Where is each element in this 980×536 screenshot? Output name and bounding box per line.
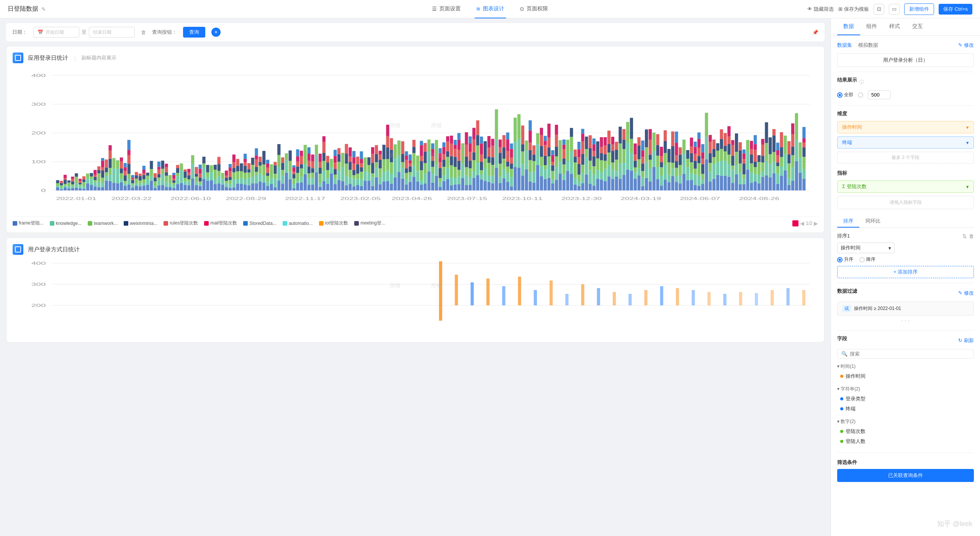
data-filter-edit-button[interactable]: ✎ 修改 <box>958 290 974 297</box>
svg-rect-837 <box>645 147 648 161</box>
svg-rect-1074 <box>676 288 679 305</box>
svg-rect-293 <box>255 167 258 172</box>
svg-rect-1068 <box>581 284 584 305</box>
subtab-mock[interactable]: 模拟数据 <box>858 42 878 49</box>
query-button[interactable]: 查询 <box>183 27 205 38</box>
sort-desc[interactable]: 降序 <box>859 256 875 263</box>
tab-data[interactable]: 数据 <box>837 18 860 35</box>
svg-rect-748 <box>581 165 584 173</box>
add-component-button[interactable]: 新增组件 <box>904 3 934 15</box>
tablet-icon-btn[interactable]: ▭ <box>889 4 900 15</box>
svg-rect-455 <box>375 168 378 177</box>
svg-rect-240 <box>218 171 221 176</box>
svg-rect-994 <box>757 155 761 162</box>
svg-rect-696 <box>544 141 547 145</box>
linked-condition-button[interactable]: 已关联查询条件 <box>837 469 974 482</box>
svg-rect-69 <box>90 173 93 177</box>
sort-tab-sort[interactable]: 排序 <box>837 215 859 228</box>
svg-rect-254 <box>229 180 232 184</box>
svg-rect-154 <box>150 176 153 180</box>
tab-style[interactable]: 样式 <box>883 18 906 35</box>
svg-rect-955 <box>731 166 734 170</box>
save-button[interactable]: 保存 Ctrl+s <box>939 4 972 15</box>
svg-rect-327 <box>281 170 284 175</box>
svg-rect-975 <box>746 169 749 190</box>
svg-rect-272 <box>240 171 243 178</box>
svg-rect-627 <box>491 139 494 146</box>
filter-more: · · · <box>837 317 974 324</box>
svg-rect-54 <box>79 184 82 185</box>
nav-page-permission[interactable]: ⊙ 页面权限 <box>518 0 550 18</box>
tab-interaction[interactable]: 交互 <box>906 18 929 35</box>
svg-rect-886 <box>682 153 686 174</box>
svg-rect-403 <box>337 180 340 190</box>
tab-component[interactable]: 组件 <box>860 18 883 35</box>
svg-rect-1029 <box>787 185 790 190</box>
edit-title-button[interactable]: ✎ <box>41 6 46 12</box>
svg-rect-29 <box>60 185 63 188</box>
svg-rect-643 <box>506 173 509 182</box>
svg-rect-651 <box>510 169 513 177</box>
add-filter-button[interactable]: + <box>211 28 221 37</box>
svg-rect-1059 <box>439 261 442 321</box>
save-template-button[interactable]: ⊞ 保存为模板 <box>838 6 869 13</box>
add-sort-button[interactable]: + 添加排序 <box>837 266 974 278</box>
svg-rect-610 <box>480 143 483 154</box>
svg-rect-152 <box>146 173 149 176</box>
dimension-tag-0[interactable]: 操作时间 ▾ <box>837 121 974 133</box>
fields-search-input[interactable] <box>850 351 970 357</box>
svg-rect-749 <box>581 154 584 165</box>
legend-prev-button[interactable]: ◀ <box>800 220 804 226</box>
nav-page-settings[interactable]: ☰ 页面设置 <box>430 0 462 18</box>
chart-icon-inner-2 <box>15 246 21 252</box>
radio-count[interactable] <box>858 92 863 98</box>
svg-rect-725 <box>563 145 566 149</box>
field-dot-string-0 <box>840 397 843 400</box>
subtab-dataset[interactable]: 数据集 <box>837 42 852 49</box>
svg-rect-596 <box>472 160 475 172</box>
svg-rect-912 <box>701 184 704 190</box>
end-date-input[interactable]: 结束日期 <box>89 27 135 38</box>
svg-rect-28 <box>60 187 63 189</box>
hide-filter-button[interactable]: 👁 隐藏筛选 <box>807 6 834 13</box>
pin-icon[interactable]: 📌 <box>812 30 818 35</box>
svg-rect-352 <box>300 177 303 182</box>
radio-all[interactable]: 全部 <box>837 92 853 98</box>
svg-rect-1051 <box>802 138 805 143</box>
svg-rect-836 <box>645 161 648 178</box>
legend-next-button[interactable]: ▶ <box>814 220 818 226</box>
svg-rect-262 <box>232 168 236 172</box>
svg-rect-732 <box>570 137 573 151</box>
refresh-fields-button[interactable]: ↻ 刷新 <box>958 337 974 344</box>
dimension-tag-1[interactable]: 终端 ▾ <box>837 136 974 149</box>
dropdown-icon-0: ▾ <box>966 125 969 130</box>
svg-rect-589 <box>469 168 472 177</box>
field-group-number-title[interactable]: ▾ 数字(2) <box>837 417 974 426</box>
result-count-input[interactable] <box>868 90 891 99</box>
sort-delete-button[interactable]: 🗑 <box>969 233 974 239</box>
nav-chart-design[interactable]: ≋ 图表设计 <box>474 0 506 18</box>
svg-rect-617 <box>488 176 491 182</box>
svg-rect-444 <box>367 181 370 190</box>
svg-rect-730 <box>570 174 573 190</box>
svg-rect-501 <box>409 166 412 172</box>
svg-rect-374 <box>315 154 318 172</box>
start-date-input[interactable]: 📅 开始日期 <box>33 27 79 38</box>
sort-tab-compare[interactable]: 同环比 <box>859 215 887 228</box>
delete-date-button[interactable]: 🗑 <box>141 30 146 35</box>
svg-rect-613 <box>484 168 487 181</box>
svg-rect-618 <box>488 163 491 176</box>
fields-header: 字段 ↻ 刷新 <box>837 335 974 346</box>
svg-rect-385 <box>322 153 326 161</box>
field-group-string-title[interactable]: ▾ 字符串(2) <box>837 384 974 394</box>
svg-rect-450 <box>371 173 374 177</box>
monitor-icon-btn[interactable]: ⊡ <box>874 4 884 15</box>
data-filter-section: 数据过滤 ✎ 修改 或 操作时间 ≥ 2022-01-01 · · · <box>837 288 974 324</box>
sort-asc[interactable]: 升序 <box>837 256 853 263</box>
edit-dataset-button[interactable]: ✎ 修改 <box>958 42 974 49</box>
svg-rect-858 <box>660 147 663 156</box>
svg-rect-99 <box>112 183 115 190</box>
field-group-time-title[interactable]: ▾ 时间(1) <box>837 362 974 371</box>
sort-field-select[interactable]: 操作时间 ▾ <box>837 243 895 253</box>
svg-rect-948 <box>727 164 730 177</box>
